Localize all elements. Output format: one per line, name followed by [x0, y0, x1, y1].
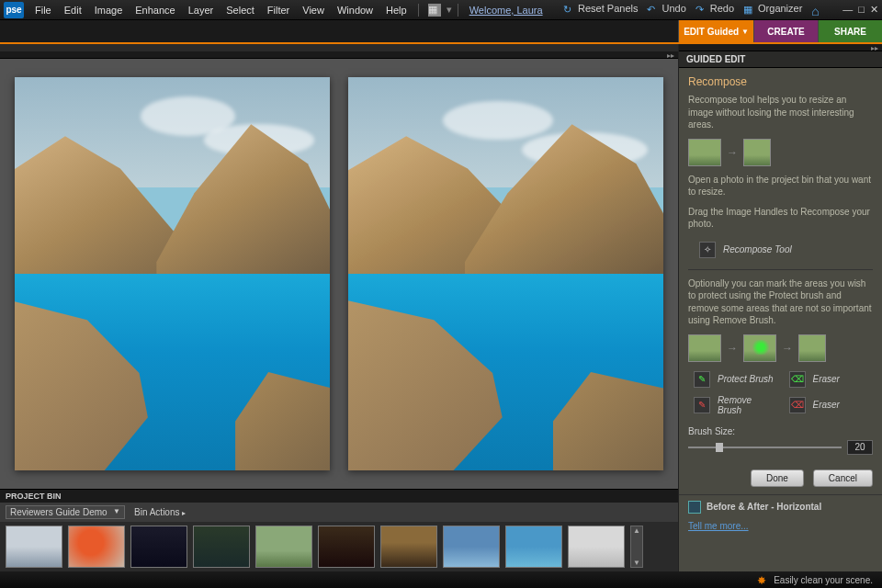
status-bar: ✸ Easily clean your scene.: [0, 571, 882, 588]
example-thumb: [743, 139, 771, 166]
layout-grid-icon[interactable]: ▦: [428, 4, 441, 17]
menu-separator: [458, 4, 458, 17]
tell-me-more-link[interactable]: Tell me more...: [679, 519, 882, 537]
bin-thumb[interactable]: [6, 526, 62, 568]
recompose-tool-button[interactable]: ✧ Recompose Tool: [699, 238, 873, 262]
menu-file[interactable]: File: [29, 3, 57, 17]
menu-image[interactable]: Image: [89, 3, 129, 17]
menu-view[interactable]: View: [297, 3, 330, 17]
menu-layer[interactable]: Layer: [183, 3, 220, 17]
bin-thumbnails: ▲▼: [0, 522, 678, 571]
panel-description: Recompose tool helps you to resize an im…: [688, 94, 873, 131]
tab-share[interactable]: SHARE: [818, 20, 882, 42]
brush-tools-grid: ✎ Protect Brush ⌫ Eraser ✎ Remove Brush …: [694, 369, 873, 417]
bin-actions-menu[interactable]: Bin Actions ▸: [134, 507, 186, 517]
app-window: pse File Edit Image Enhance Layer Select…: [0, 0, 882, 588]
example-thumb-protect: [743, 334, 776, 362]
protect-brush-icon: ✎: [694, 371, 710, 388]
protect-eraser-button[interactable]: ⌫ Eraser: [789, 369, 874, 390]
bin-thumb[interactable]: [505, 526, 562, 568]
menu-filter[interactable]: Filter: [262, 3, 295, 17]
bin-thumb[interactable]: [318, 526, 375, 568]
eraser-icon: ⌫: [789, 397, 806, 413]
bin-thumb[interactable]: [193, 526, 250, 568]
canvas-topbar: [0, 44, 678, 51]
sparkle-icon: ✸: [757, 574, 768, 585]
undo-icon: ↶: [647, 4, 660, 17]
home-icon[interactable]: ⌂: [811, 4, 824, 17]
arrow-icon: →: [727, 342, 738, 355]
example-thumb: [688, 139, 721, 166]
after-view[interactable]: [348, 77, 663, 470]
menu-window[interactable]: Window: [332, 3, 379, 17]
panel-body: Recompose Recompose tool helps you to re…: [679, 68, 882, 462]
chevron-down-icon: ▼: [741, 28, 749, 36]
panel-text-drag: Drag the Image Handles to Recompose your…: [688, 206, 873, 231]
view-mode-icon: [688, 501, 701, 514]
panel-text-open: Open a photo in the project bin that you…: [688, 174, 873, 198]
remove-eraser-button[interactable]: ⌫ Eraser: [789, 393, 874, 417]
tab-edit[interactable]: EDIT Guided ▼: [678, 20, 753, 42]
bin-thumb[interactable]: [255, 526, 312, 568]
guided-edit-panel: ▸▸ GUIDED EDIT Recompose Recompose tool …: [678, 44, 882, 571]
menu-select[interactable]: Select: [220, 3, 260, 17]
cancel-button[interactable]: Cancel: [813, 469, 873, 487]
panel-expand-bar[interactable]: ▸▸: [679, 44, 882, 51]
redo-icon: ↷: [695, 4, 708, 17]
example-thumbs-1: →: [688, 139, 873, 166]
project-bin-header: PROJECT BIN: [0, 490, 678, 503]
bin-collection-select[interactable]: Reviewers Guide Demo ▼: [6, 505, 125, 519]
bin-scrollbar[interactable]: ▲▼: [630, 526, 643, 568]
example-thumbs-2: → →: [688, 334, 873, 362]
menubar: pse File Edit Image Enhance Layer Select…: [0, 0, 882, 20]
menu-separator: [418, 4, 419, 17]
refresh-icon: ↻: [563, 4, 576, 17]
example-thumb: [688, 334, 721, 362]
before-view[interactable]: [15, 77, 330, 470]
workspace: ▸▸ PROJECT BIN: [0, 44, 882, 571]
brush-size-value[interactable]: 20: [847, 440, 873, 455]
app-logo[interactable]: pse: [4, 2, 24, 18]
project-bin-toolbar: Reviewers Guide Demo ▼ Bin Actions ▸: [0, 503, 678, 522]
done-button[interactable]: Done: [751, 469, 804, 487]
view-mode-label: Before & After - Horizontal: [707, 502, 821, 512]
minimize-button[interactable]: —: [842, 4, 853, 16]
menu-edit[interactable]: Edit: [59, 3, 87, 17]
recompose-tool-icon: ✧: [699, 242, 716, 258]
bin-thumb[interactable]: [130, 526, 187, 568]
protect-brush-button[interactable]: ✎ Protect Brush: [694, 369, 778, 390]
arrow-icon: →: [782, 342, 793, 355]
example-thumb: [798, 334, 826, 362]
brush-size-control: 20: [688, 440, 873, 455]
view-mode-row[interactable]: Before & After - Horizontal: [679, 494, 882, 519]
bin-thumb[interactable]: [380, 526, 437, 568]
before-after-views: [0, 59, 678, 489]
reset-panels-button[interactable]: ↻Reset Panels: [563, 3, 638, 16]
panel-expand-bar[interactable]: ▸▸: [0, 51, 678, 59]
divider: [688, 269, 873, 270]
bin-thumb[interactable]: [568, 526, 625, 568]
mode-tabbar: EDIT Guided ▼ CREATE SHARE: [0, 20, 882, 44]
brush-size-slider[interactable]: [688, 447, 842, 448]
undo-button[interactable]: ↶Undo: [647, 3, 685, 16]
panel-title: Recompose: [688, 75, 873, 88]
tab-create[interactable]: CREATE: [753, 20, 818, 42]
close-button[interactable]: ✕: [870, 4, 878, 16]
remove-brush-icon: ✎: [694, 397, 710, 413]
bin-thumb[interactable]: [443, 526, 500, 568]
redo-button[interactable]: ↷Redo: [695, 3, 734, 16]
maximize-button[interactable]: □: [858, 4, 865, 16]
eraser-icon: ⌫: [789, 371, 806, 388]
menu-help[interactable]: Help: [380, 3, 413, 17]
tool-label: Recompose Tool: [723, 244, 792, 254]
organizer-icon: ▦: [743, 4, 756, 17]
canvas-area: ▸▸ PROJECT BIN: [0, 44, 678, 571]
menu-enhance[interactable]: Enhance: [130, 3, 180, 17]
window-controls: — □ ✕: [842, 4, 878, 16]
bin-thumb[interactable]: [68, 526, 125, 568]
welcome-link[interactable]: Welcome, Laura: [469, 5, 543, 16]
status-text: Easily clean your scene.: [774, 575, 873, 585]
organizer-button[interactable]: ▦Organizer: [743, 3, 802, 16]
remove-brush-button[interactable]: ✎ Remove Brush: [694, 393, 778, 417]
project-bin: PROJECT BIN Reviewers Guide Demo ▼ Bin A…: [0, 489, 678, 571]
